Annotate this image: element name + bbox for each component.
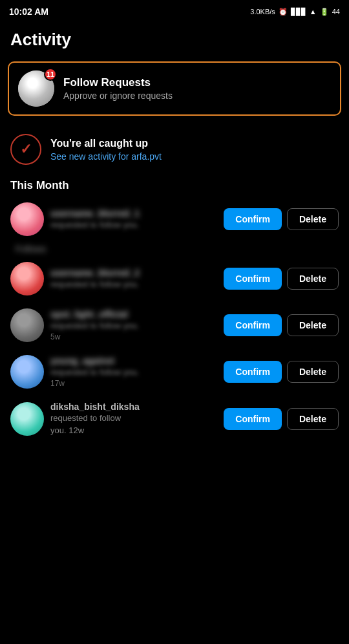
item-action: requested to follow you. [50, 321, 217, 332]
follow-requests-subtitle: Approve or ignore requests [63, 91, 173, 101]
list-item: young_against requested to follow you. 1… [5, 349, 344, 395]
alarm-icon: ⏰ [279, 8, 288, 16]
status-bar: 10:02 AM 3.0KB/s ⏰ ▊▊▊ ▲ 🔋 44 [0, 0, 349, 23]
confirm-button[interactable]: Confirm [224, 268, 282, 290]
delete-button[interactable]: Delete [287, 268, 339, 290]
confirm-button[interactable]: Confirm [224, 361, 282, 383]
status-right: 3.0KB/s ⏰ ▊▊▊ ▲ 🔋 44 [250, 8, 340, 16]
caught-up-title: You're all caught up [50, 138, 162, 149]
delete-button[interactable]: Delete [287, 314, 339, 336]
delete-button[interactable]: Delete [287, 408, 339, 430]
signal-icon: ▊▊▊ [291, 8, 306, 16]
item-action: requested to follow you. [50, 279, 217, 290]
avatar [10, 202, 44, 236]
status-time: 10:02 AM [9, 6, 48, 17]
item-buttons: Confirm Delete [224, 268, 339, 290]
list-item: username_blurred_2 requested to follow y… [5, 255, 344, 302]
header: Activity [0, 23, 349, 58]
item-buttons: Confirm Delete [224, 314, 339, 336]
avatar [10, 355, 44, 389]
item-username: username_blurred_1 [50, 208, 217, 219]
wifi-icon: ▲ [310, 8, 317, 16]
item-username: young_against [50, 356, 217, 366]
delete-button[interactable]: Delete [287, 361, 339, 383]
item-buttons: Confirm Delete [224, 361, 339, 383]
follow-requests-badge: 11 [44, 68, 57, 81]
section-this-month: This Month [0, 174, 349, 196]
item-action-2: you. 12w [50, 425, 217, 436]
caught-up-link[interactable]: See new activity for arfa.pvt [50, 151, 162, 162]
avatar [10, 262, 44, 295]
check-circle-icon: ✓ [10, 134, 41, 165]
item-buttons: Confirm Delete [224, 408, 339, 430]
list-item: diksha_bisht_diksha requested to follow … [5, 395, 344, 443]
list-item: spot_light_official requested to follow … [5, 302, 344, 349]
confirm-button[interactable]: Confirm [224, 208, 282, 230]
follow-requests-text: Follow Requests Approve or ignore reques… [63, 76, 173, 101]
item-time: 5w [50, 332, 217, 341]
list-item: username_blurred_1 requested to follow y… [5, 196, 344, 242]
battery-icon: 🔋 [320, 8, 329, 16]
item-time: 17w [50, 379, 217, 388]
follow-requests-avatar-wrap: 11 [18, 70, 54, 107]
item-info: young_against requested to follow you. 1… [50, 356, 217, 389]
item-username: spot_light_official [50, 309, 217, 319]
delete-button[interactable]: Delete [287, 208, 339, 230]
item-info: username_blurred_1 requested to follow y… [50, 208, 217, 231]
follow-requests-title: Follow Requests [63, 76, 173, 89]
item-info: username_blurred_2 requested to follow y… [50, 268, 217, 290]
follow-requests-card[interactable]: 11 Follow Requests Approve or ignore req… [8, 61, 341, 116]
avatar [10, 308, 44, 342]
item-buttons: Confirm Delete [224, 208, 339, 230]
item-info: diksha_bisht_diksha requested to follow … [50, 402, 217, 436]
checkmark: ✓ [20, 141, 32, 158]
caught-up-text: You're all caught up See new activity fo… [50, 138, 162, 162]
page-title: Activity [10, 30, 339, 50]
item-action: requested to follow you. [50, 367, 217, 378]
item-username: username_blurred_2 [50, 268, 217, 278]
item-username: diksha_bisht_diksha [50, 402, 217, 412]
item-action: requested to follow [50, 413, 217, 424]
confirm-button[interactable]: Confirm [224, 408, 282, 430]
network-speed: 3.0KB/s [250, 8, 275, 16]
item-info: spot_light_official requested to follow … [50, 309, 217, 342]
confirm-button[interactable]: Confirm [224, 314, 282, 336]
caught-up-section: ✓ You're all caught up See new activity … [0, 125, 349, 174]
avatar [10, 402, 44, 436]
activity-list: username_blurred_1 requested to follow y… [0, 196, 349, 443]
follower-label: Follows [5, 242, 344, 255]
item-action: requested to follow you. [50, 220, 217, 231]
battery-level: 44 [332, 8, 340, 16]
